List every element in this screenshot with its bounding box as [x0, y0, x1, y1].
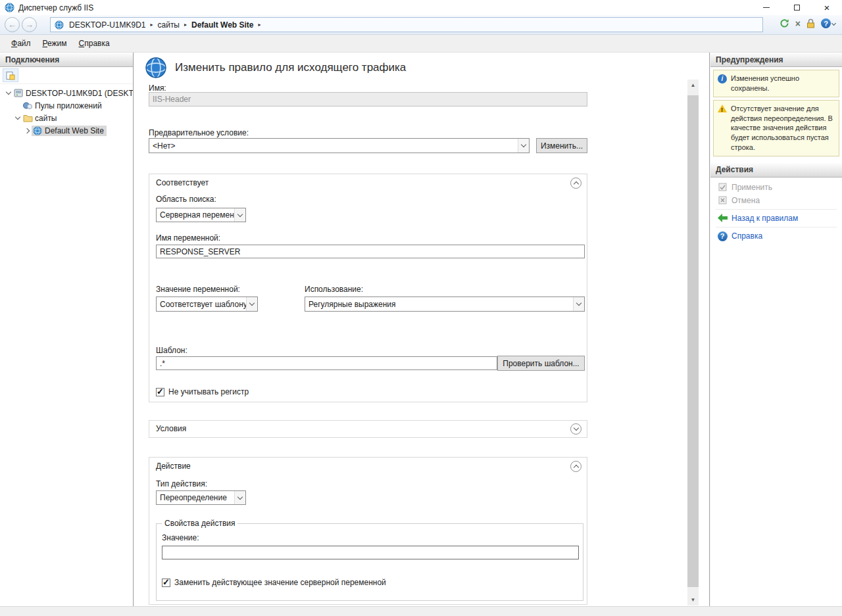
restore-icon: [794, 5, 800, 11]
scrollbar-thumb[interactable]: [687, 95, 699, 587]
menu-file[interactable]: Файл: [5, 36, 37, 51]
connections-toolbar: [0, 67, 133, 84]
stop-icon[interactable]: ×: [795, 19, 801, 28]
breadcrumb-item-server[interactable]: DESKTOP-U1MK9D1: [66, 20, 148, 30]
using-select[interactable]: Регулярные выражения: [305, 296, 585, 312]
window-title: Диспетчер служб IIS: [18, 3, 93, 12]
alert-text: Изменения успешно сохранены.: [731, 74, 835, 93]
ignore-case-label[interactable]: Не учитывать регистр: [168, 387, 249, 396]
actions-separator: [716, 227, 837, 227]
forward-button[interactable]: →: [22, 17, 37, 32]
actions-header-label: Действия: [716, 165, 753, 174]
action-type-select[interactable]: Переопределение: [156, 490, 246, 505]
restore-button[interactable]: [781, 0, 812, 15]
using-label: Использование:: [305, 285, 363, 294]
sites-folder-icon: [22, 114, 33, 122]
tree-item-sites[interactable]: сайты: [0, 112, 133, 124]
variable-name-label: Имя переменной:: [156, 233, 220, 243]
pattern-label: Шаблон:: [156, 346, 187, 355]
breadcrumb-item-sites[interactable]: сайты: [155, 20, 183, 30]
replace-value-checkbox[interactable]: [162, 579, 170, 587]
variable-value-value: Соответствует шаблону: [157, 297, 246, 311]
close-button[interactable]: ×: [812, 0, 842, 15]
collapse-match-button[interactable]: [570, 178, 582, 189]
tree-item-label: сайты: [35, 114, 57, 123]
tree-item-label: Пулы приложений: [35, 101, 102, 110]
action-type-value: Переопределение: [157, 491, 234, 504]
variable-name-field[interactable]: RESPONSE_SERVER: [156, 245, 585, 258]
expand-conditions-button[interactable]: [570, 423, 582, 435]
app-icon: [5, 3, 14, 12]
refresh-icon[interactable]: [780, 18, 789, 28]
help-icon: ?: [821, 18, 831, 28]
scroll-up-button[interactable]: ▲: [687, 80, 699, 91]
scope-select[interactable]: Серверная переменн: [156, 208, 246, 222]
actions-separator: [716, 209, 837, 210]
match-section: Соответствует Область поиска: Серверная …: [149, 174, 587, 402]
conditions-section: Условия: [149, 420, 587, 438]
replace-value-label[interactable]: Заменить действующее значение серверной …: [174, 578, 386, 587]
scroll-down-button[interactable]: ▼: [687, 594, 699, 605]
minimize-button[interactable]: [751, 0, 781, 15]
ignore-case-checkbox[interactable]: [156, 388, 164, 396]
chevron-down-icon: [831, 21, 836, 26]
action-properties-legend: Свойства действия: [162, 519, 237, 528]
precondition-label: Предварительное условие:: [149, 128, 249, 137]
info-icon: i: [718, 74, 727, 93]
tree-expander-icon[interactable]: [4, 92, 13, 94]
edit-precondition-button[interactable]: Изменить...: [536, 138, 587, 153]
action-help-label[interactable]: Справка: [731, 231, 762, 241]
breadcrumb: DESKTOP-U1MK9D1 ▸ сайты ▸ Default Web Si…: [50, 17, 763, 32]
vertical-scrollbar[interactable]: ▲ ▼: [687, 80, 699, 605]
tree-expander-icon[interactable]: [13, 117, 22, 119]
action-back-to-rules-label[interactable]: Назад к правилам: [731, 214, 798, 223]
breadcrumb-separator-icon[interactable]: ▸: [148, 22, 155, 28]
menu-help[interactable]: Справка: [73, 36, 116, 51]
pattern-field[interactable]: .*: [156, 356, 497, 370]
breadcrumb-separator-icon[interactable]: ▸: [256, 22, 262, 28]
minimize-icon: [763, 7, 770, 8]
address-bar: ← → DESKTOP-U1MK9D1 ▸ сайты ▸ Default We…: [0, 15, 842, 35]
conditions-section-title: Условия: [156, 424, 186, 433]
back-button[interactable]: ←: [5, 17, 20, 32]
tree-selected-highlight: Default Web Site: [32, 126, 107, 136]
site-globe-icon: [32, 126, 43, 135]
using-value: Регулярные выражения: [305, 297, 573, 311]
test-pattern-button[interactable]: Проверить шаблон...: [497, 356, 585, 371]
menu-view[interactable]: Режим: [37, 36, 73, 51]
action-section: Действие Тип действия: Переопределение С…: [149, 457, 587, 605]
connections-panel: Подключения DESKTOP-U1MK9D1 (DESKTOI: [0, 53, 134, 606]
tree-item-default-web-site[interactable]: Default Web Site: [0, 124, 133, 137]
tree-expander-icon[interactable]: [22, 129, 32, 133]
name-field: IIS-Header: [149, 92, 587, 107]
chevron-down-icon: [234, 491, 245, 504]
help-icon: ?: [717, 231, 728, 241]
close-icon: ×: [824, 3, 830, 12]
tree-item-server[interactable]: DESKTOP-U1MK9D1 (DESKTOI: [0, 87, 133, 99]
precondition-select[interactable]: <Нет>: [149, 138, 530, 153]
action-back-to-rules[interactable]: Назад к правилам: [710, 212, 842, 225]
chevron-down-icon: [246, 297, 257, 311]
breadcrumb-item-site[interactable]: Default Web Site: [189, 20, 256, 30]
apply-icon: [717, 183, 728, 191]
action-section-title: Действие: [156, 462, 191, 471]
collapse-action-button[interactable]: [570, 461, 582, 472]
lock-icon[interactable]: [806, 18, 815, 28]
tree-item-app-pools[interactable]: Пулы приложений: [0, 99, 133, 112]
help-menu-button[interactable]: ?: [821, 18, 835, 28]
page-globe-icon: [145, 57, 167, 79]
connection-tasks-icon: [6, 71, 15, 80]
value-field[interactable]: [162, 546, 579, 559]
alert-info: i Изменения успешно сохранены.: [713, 70, 839, 97]
connections-header: Подключения: [0, 53, 133, 67]
alerts-header-label: Предупреждения: [716, 55, 783, 64]
site-globe-icon: [55, 20, 64, 30]
breadcrumb-separator-icon[interactable]: ▸: [182, 22, 189, 28]
action-help[interactable]: ? Справка: [710, 229, 842, 243]
connection-tasks-button[interactable]: [3, 68, 18, 82]
value-label: Значение:: [162, 533, 199, 542]
connections-tree: DESKTOP-U1MK9D1 (DESKTOI Пулы приложений…: [0, 84, 133, 137]
title-bar: Диспетчер служб IIS ×: [0, 0, 842, 15]
actions-list: Применить Отмена Назад к правилам ?: [710, 178, 842, 247]
variable-value-select[interactable]: Соответствует шаблону: [156, 296, 258, 312]
